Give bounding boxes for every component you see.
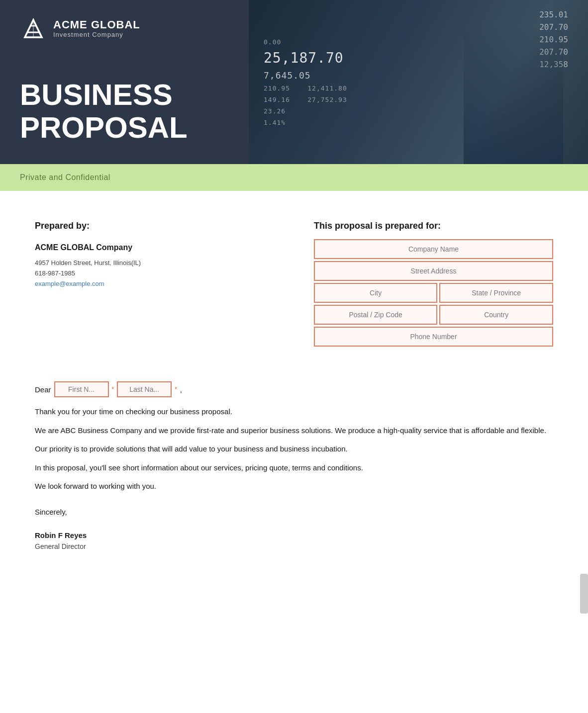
finance-num-3: 7,645.05 xyxy=(264,70,311,81)
recipient-form-fields xyxy=(314,239,553,347)
finance-num-6: 23.26 xyxy=(264,107,286,115)
page-header: ACME GLOBAL Investment Company BUSINESS … xyxy=(0,0,588,164)
main-content: Prepared by: ACME GLOBAL Company 4957 Ho… xyxy=(0,191,588,595)
dear-comma: , xyxy=(180,385,182,394)
confidential-text: Private and Confidential xyxy=(20,173,110,181)
street-address-row xyxy=(314,261,553,281)
prepared-for-block: This proposal is prepared for: xyxy=(314,221,553,347)
body-paragraph-2: We are ABC Business Company and we provi… xyxy=(35,424,553,437)
prepared-by-block: Prepared by: ACME GLOBAL Company 4957 Ho… xyxy=(35,221,274,347)
company-subtitle: Investment Company xyxy=(53,31,140,38)
finance-num-1: 0.00 xyxy=(264,38,281,46)
first-name-input[interactable] xyxy=(54,381,109,397)
postal-country-row xyxy=(314,305,553,325)
sincerely-text: Sincerely, xyxy=(35,508,553,516)
phone-number-input[interactable] xyxy=(314,327,553,347)
header-title-block: BUSINESS PROPOSAL xyxy=(20,79,229,149)
body-paragraph-1: Thank you for your time on checking our … xyxy=(35,405,553,418)
preparer-address: 4957 Holden Street, Hurst, Illinois(IL) … xyxy=(35,258,274,289)
logo-area: ACME GLOBAL Investment Company xyxy=(20,15,229,42)
prepared-section: Prepared by: ACME GLOBAL Company 4957 Ho… xyxy=(35,221,553,347)
prepared-for-label: This proposal is prepared for: xyxy=(314,221,553,231)
body-paragraph-3: Our priority is to provide solutions tha… xyxy=(35,443,553,455)
finance-num-2: 25,187.70 xyxy=(264,50,344,66)
proposal-title: BUSINESS PROPOSAL xyxy=(20,79,229,144)
street-address-input[interactable] xyxy=(314,261,553,281)
state-province-input[interactable] xyxy=(439,283,553,303)
preparer-phone: 618-987-1985 xyxy=(35,268,274,279)
header-left-panel: ACME GLOBAL Investment Company BUSINESS … xyxy=(0,0,249,164)
company-name-header: ACME GLOBAL xyxy=(53,19,140,31)
finance-num-5: 149.16 27,752.93 xyxy=(264,96,347,103)
acme-logo-icon xyxy=(20,15,47,42)
city-state-row xyxy=(314,283,553,303)
signature-title: General Director xyxy=(35,542,553,550)
person-silhouette xyxy=(464,25,563,164)
prepared-by-label: Prepared by: xyxy=(35,221,274,231)
dear-line: Dear * * , xyxy=(35,381,553,397)
city-input[interactable] xyxy=(314,283,437,303)
logo-text: ACME GLOBAL Investment Company xyxy=(53,19,140,38)
last-name-required: * xyxy=(175,386,177,393)
letter-section: Dear * * , Thank you for your time on ch… xyxy=(35,381,553,550)
body-paragraph-5: We look forward to working with you. xyxy=(35,480,553,493)
dear-label: Dear xyxy=(35,385,51,394)
body-paragraph-4: In this proposal, you'll see short infor… xyxy=(35,461,553,474)
country-input[interactable] xyxy=(439,305,553,325)
finance-num-4: 210.95 12,411.80 xyxy=(264,85,347,92)
company-name-row xyxy=(314,239,553,259)
finance-num-7: 1.41% xyxy=(264,119,286,126)
scroll-indicator[interactable] xyxy=(580,574,588,614)
company-name-input[interactable] xyxy=(314,239,553,259)
signature-name: Robin F Reyes xyxy=(35,531,553,539)
preparer-company-name: ACME GLOBAL Company xyxy=(35,243,274,252)
postal-zip-input[interactable] xyxy=(314,305,437,325)
preparer-email[interactable]: example@example.com xyxy=(35,280,104,287)
first-name-required: * xyxy=(112,386,114,393)
last-name-input[interactable] xyxy=(117,381,172,397)
phone-row xyxy=(314,327,553,347)
confidential-banner: Private and Confidential xyxy=(0,164,588,191)
preparer-street: 4957 Holden Street, Hurst, Illinois(IL) xyxy=(35,258,274,268)
header-right-panel: 0.00 25,187.70 7,645.05 210.95 12,411.80… xyxy=(249,0,588,164)
closing-section: Sincerely, Robin F Reyes General Directo… xyxy=(35,508,553,550)
